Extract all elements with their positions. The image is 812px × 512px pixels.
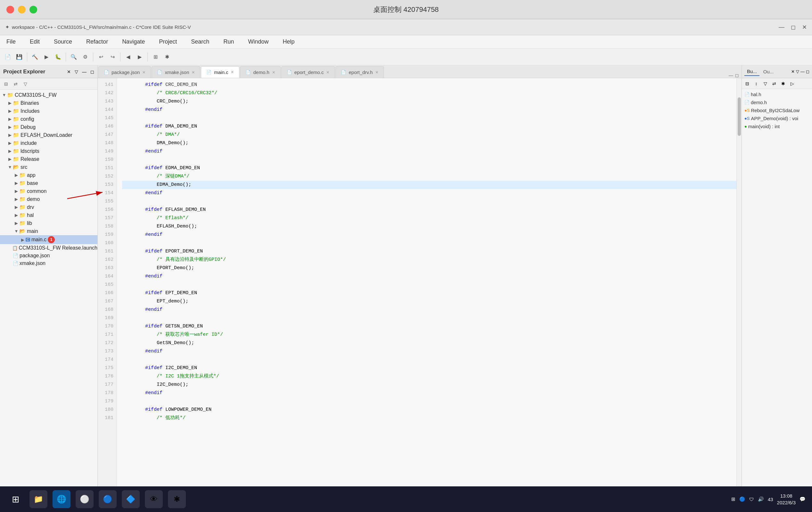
tab-close-icon[interactable]: ✕ [142,70,145,74]
close-button[interactable] [6,6,14,13]
sidebar-link-editor[interactable]: ⇄ [11,80,20,88]
outline-link-btn[interactable]: ⇄ [770,80,778,88]
tab-xmakejson[interactable]: 📄 xmake.json ✕ [151,66,200,78]
tree-item-src[interactable]: ▼ 📂 src [0,163,97,171]
tree-item-includes[interactable]: ▶ 📁 Includes [0,107,97,115]
toolbar-new[interactable]: 📄 [3,52,13,62]
tab-packagejson[interactable]: 📄 package.json ✕ [98,66,151,78]
sidebar-collapse-all[interactable]: ⊟ [2,80,10,88]
tree-item-mainc[interactable]: ▶ C main.c 1 [0,235,97,244]
outline-extra-btn[interactable]: ▷ [788,80,796,88]
menu-source[interactable]: Source [51,37,75,47]
toolbar-redo[interactable]: ↪ [107,52,118,62]
outline-settings-btn[interactable]: ✱ [779,80,787,88]
taskbar-start-button[interactable]: ⊞ [6,490,24,508]
toolbar-build[interactable]: 🔨 [30,52,40,62]
tree-item-release[interactable]: ▶ 📁 Release [0,155,97,163]
tab-close-icon[interactable]: ✕ [326,70,329,74]
taskbar-volume-icon[interactable]: 🔊 [758,496,764,502]
toolbar-debug[interactable]: 🐛 [53,52,63,62]
tree-item-include[interactable]: ▶ 📁 include [0,139,97,147]
toolbar-extra2[interactable]: ✱ [162,52,172,62]
tree-item-hal[interactable]: ▶ 📁 hal [0,211,97,219]
outline-item-demoh[interactable]: 📄 demo.h [742,98,812,107]
right-tab-outline[interactable]: Ou... [761,68,777,76]
scroll-thumb[interactable] [738,97,741,136]
code-content-area[interactable]: #ifdef CRC_DEMO_EN /* CRC8/CRC16/CRC32*/… [117,78,736,495]
tree-item-drv[interactable]: ▶ 📁 drv [0,203,97,211]
tree-item-demo[interactable]: ▶ 📁 demo [0,195,97,203]
taskbar-edge[interactable]: 🌐 [53,490,70,508]
tab-eportdemoc[interactable]: 📄 eport_demo.c ✕ [281,66,335,78]
vertical-scrollbar[interactable] [736,78,742,495]
sidebar-close-icon[interactable]: ✕ [67,69,71,74]
right-panel-menu-icon[interactable]: ▽ [796,69,799,74]
toolbar-back[interactable]: ◀ [123,52,133,62]
right-panel-minimize-icon[interactable]: — [801,69,805,74]
menu-edit[interactable]: Edit [27,37,42,47]
outline-item-appdemo[interactable]: ●S APP_Demo(void) : voi [742,114,812,122]
tab-mainc[interactable]: 📄 main.c ✕ [201,66,239,78]
menu-refactor[interactable]: Refactor [84,37,111,47]
toolbar-run[interactable]: ▶ [41,52,52,62]
tab-bar-minimize-icon[interactable]: — [729,73,733,78]
right-tab-build[interactable]: Bu... [744,67,759,76]
maximize-button[interactable] [29,6,37,13]
sidebar-menu-icon[interactable]: ▽ [75,69,78,74]
window-restore-icon[interactable]: ◻ [791,24,796,31]
outline-collapse-btn[interactable]: ⊟ [743,80,751,88]
tree-item-ldscripts[interactable]: ▶ 📁 ldscripts [0,147,97,155]
minimize-button[interactable] [18,6,26,13]
sidebar-filter[interactable]: ▽ [21,80,29,88]
toolbar-settings[interactable]: ⚙ [80,52,90,62]
menu-window[interactable]: Window [245,37,271,47]
taskbar-icon5[interactable]: 🔷 [122,490,140,508]
tree-item-lib[interactable]: ▶ 📁 lib [0,219,97,227]
window-close-icon[interactable]: ✕ [802,24,807,31]
toolbar-search[interactable]: 🔍 [68,52,79,62]
taskbar-notification-icon[interactable]: 💬 [800,496,806,502]
right-panel-maximize-icon[interactable]: ◻ [806,69,809,74]
toolbar-forward[interactable]: ▶ [135,52,145,62]
tree-item-common[interactable]: ▶ 📁 common [0,187,97,195]
taskbar-icon7[interactable]: ✱ [168,490,186,508]
toolbar-save[interactable]: 💾 [14,52,24,62]
sidebar-maximize-icon[interactable]: ◻ [90,69,94,74]
taskbar-file-explorer[interactable]: 📁 [29,490,48,508]
tree-item-eflash[interactable]: ▶ 📁 EFLASH_DownLoader [0,131,97,139]
menu-run[interactable]: Run [221,37,236,47]
tree-item-xmakejson[interactable]: 📄 xmake.json [0,260,97,267]
sidebar-minimize-icon[interactable]: — [82,69,87,74]
window-minimize-icon[interactable]: — [779,24,784,31]
menu-navigate[interactable]: Navigate [119,37,147,47]
tab-bar-maximize-icon[interactable]: ◻ [735,73,739,78]
tree-item-binaries[interactable]: ▶ 📁 Binaries [0,99,97,107]
menu-help[interactable]: Help [280,37,297,47]
menu-search[interactable]: Search [188,37,212,47]
taskbar-icon4[interactable]: 🔵 [99,490,117,508]
tree-item-packagejson[interactable]: 📄 package.json [0,252,97,260]
toolbar-undo[interactable]: ↩ [96,52,106,62]
right-panel-close-icon[interactable]: ✕ [791,69,795,74]
tree-item-debug[interactable]: ▶ 📁 Debug [0,123,97,131]
tab-close-icon[interactable]: ✕ [272,70,275,74]
tab-close-icon[interactable]: ✕ [231,70,234,74]
tab-eportdrvh[interactable]: 📄 eport_drv.h ✕ [336,66,384,78]
outline-item-main[interactable]: ● main(void) : int [742,122,812,130]
menu-file[interactable]: File [4,37,18,47]
menu-project[interactable]: Project [156,37,179,47]
toolbar-extra1[interactable]: ⊞ [150,52,161,62]
outline-sort-btn[interactable]: ↕ [752,80,760,88]
taskbar-icon6[interactable]: 👁 [145,490,163,508]
tree-item-base[interactable]: ▶ 📁 base [0,179,97,187]
tree-item-app[interactable]: ▶ 📁 app [0,171,97,179]
outline-filter-btn[interactable]: ▽ [761,80,770,88]
outline-item-reboot[interactable]: ●S Reboot_ByI2CSdaLow [742,107,812,114]
tab-close-icon[interactable]: ✕ [375,70,378,74]
tree-item-main[interactable]: ▼ 📂 main [0,227,97,235]
taskbar-chrome[interactable]: ⚪ [76,490,93,508]
tree-root[interactable]: ▼ 📁 CCM3310S-L_FW [0,91,97,99]
tab-demoh[interactable]: 📄 demo.h ✕ [240,66,280,78]
tab-close-icon[interactable]: ✕ [192,70,195,74]
tree-item-config[interactable]: ▶ 📁 config [0,115,97,123]
